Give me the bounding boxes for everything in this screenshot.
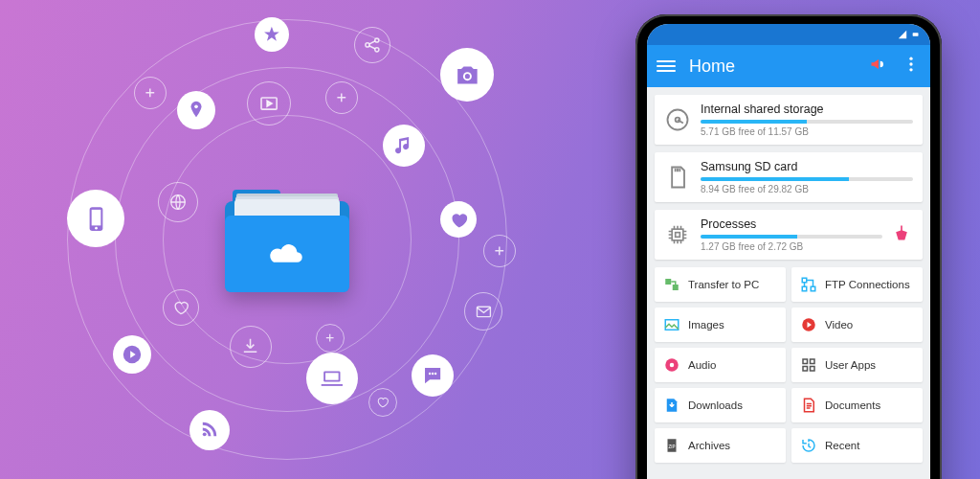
svg-point-18 [434, 373, 436, 375]
audio-icon [663, 356, 680, 374]
tile-label: Video [825, 319, 853, 331]
phone-mockup: Home Internal shared storage 5.71 GB fre… [635, 14, 942, 479]
tile-archives[interactable]: ZIPArchives [655, 428, 786, 463]
rss-icon [189, 410, 230, 450]
svg-rect-30 [811, 286, 815, 291]
downloads-icon [663, 397, 680, 414]
storage-card-internal[interactable]: Internal shared storage 5.71 GB free of … [655, 95, 923, 145]
svg-rect-39 [811, 367, 815, 372]
screen-body: Internal shared storage 5.71 GB free of … [647, 87, 930, 470]
svg-rect-36 [803, 359, 808, 364]
storage-title: Samsung SD card [701, 160, 913, 173]
play-icon [113, 335, 151, 374]
images-icon [663, 316, 680, 333]
sd-icon [664, 164, 691, 191]
plus-icon [483, 235, 516, 267]
tile-label: FTP Connections [825, 279, 910, 290]
storage-card-processes[interactable]: Processes 1.27 GB free of 2.72 GB [655, 210, 923, 260]
tile-downloads[interactable]: Downloads [655, 388, 786, 422]
svg-rect-38 [803, 367, 808, 372]
svg-point-4 [464, 74, 469, 79]
recent-icon [800, 437, 817, 454]
svg-rect-25 [672, 229, 683, 240]
tile-apps[interactable]: User Apps [791, 348, 923, 382]
video-icon [800, 316, 817, 333]
tile-images[interactable]: Images [655, 308, 786, 342]
ftp-icon [800, 276, 817, 293]
svg-rect-37 [811, 359, 815, 364]
clean-button[interactable] [892, 223, 913, 246]
page-title: Home [689, 57, 856, 77]
heart-icon [163, 289, 199, 326]
app-screen: Home Internal shared storage 5.71 GB fre… [647, 24, 930, 479]
tile-label: Documents [825, 399, 880, 411]
storage-card-sd[interactable]: Samsung SD card 8.94 GB free of 29.82 GB [655, 152, 923, 202]
svg-point-17 [432, 373, 434, 375]
svg-rect-27 [665, 279, 671, 285]
camera-icon [440, 48, 494, 102]
tile-documents[interactable]: Documents [791, 388, 923, 422]
shortcut-grid: Transfer to PC FTP Connections Images Vi… [655, 267, 923, 463]
tile-label: Downloads [688, 399, 743, 411]
mail-icon [464, 292, 502, 331]
video-icon [247, 81, 291, 125]
heart-icon [368, 388, 397, 417]
storage-subtitle: 5.71 GB free of 11.57 GB [701, 126, 913, 137]
svg-point-22 [909, 68, 912, 71]
cloud-folder-icon [225, 182, 349, 297]
download-icon [230, 326, 272, 368]
tile-transfer[interactable]: Transfer to PC [655, 267, 786, 302]
apps-icon [800, 356, 817, 374]
plus-icon [325, 81, 358, 114]
star-icon [255, 17, 289, 52]
tile-label: Transfer to PC [688, 279, 759, 290]
svg-rect-28 [673, 285, 679, 290]
svg-text:ZIP: ZIP [668, 445, 675, 449]
archives-icon: ZIP [663, 437, 680, 454]
storage-title: Processes [701, 217, 882, 231]
plus-icon [316, 324, 345, 353]
status-bar [647, 24, 930, 45]
svg-point-21 [909, 62, 912, 65]
tile-video[interactable]: Video [791, 308, 923, 342]
plus-icon [134, 77, 167, 109]
svg-point-35 [670, 363, 675, 368]
svg-rect-13 [325, 373, 339, 379]
tile-ftp[interactable]: FTP Connections [791, 267, 923, 302]
overflow-menu-button[interactable] [902, 55, 921, 78]
tile-label: Images [688, 319, 724, 331]
storage-title: Internal shared storage [701, 103, 913, 116]
chat-icon [412, 354, 454, 397]
tile-label: User Apps [825, 359, 876, 371]
svg-point-9 [95, 226, 98, 229]
heart-icon [440, 201, 477, 238]
svg-rect-29 [802, 278, 807, 283]
storage-subtitle: 1.27 GB free of 2.72 GB [701, 241, 882, 252]
svg-rect-31 [802, 286, 807, 291]
svg-point-14 [203, 433, 207, 437]
pin-icon [177, 91, 215, 129]
hdd-icon [664, 106, 691, 133]
svg-rect-8 [91, 209, 100, 225]
menu-button[interactable] [657, 60, 676, 72]
music-icon [383, 125, 425, 167]
announcement-button[interactable] [869, 55, 888, 78]
svg-point-20 [909, 57, 912, 60]
decorative-orbit-graphic [38, 19, 536, 460]
storage-subtitle: 8.94 GB free of 29.82 GB [701, 184, 913, 194]
docs-icon [800, 397, 817, 414]
svg-point-5 [194, 105, 198, 109]
tile-label: Audio [688, 359, 716, 371]
tile-recent[interactable]: Recent [791, 428, 923, 463]
svg-rect-19 [913, 33, 919, 35]
tile-label: Recent [825, 440, 859, 451]
share-icon [354, 27, 390, 63]
tile-audio[interactable]: Audio [655, 348, 786, 382]
transfer-icon [663, 276, 680, 293]
app-bar: Home [647, 45, 930, 87]
phone-icon [67, 190, 124, 247]
cpu-icon [664, 221, 691, 248]
svg-rect-26 [676, 233, 680, 238]
svg-point-16 [429, 373, 431, 375]
tile-label: Archives [688, 440, 730, 451]
